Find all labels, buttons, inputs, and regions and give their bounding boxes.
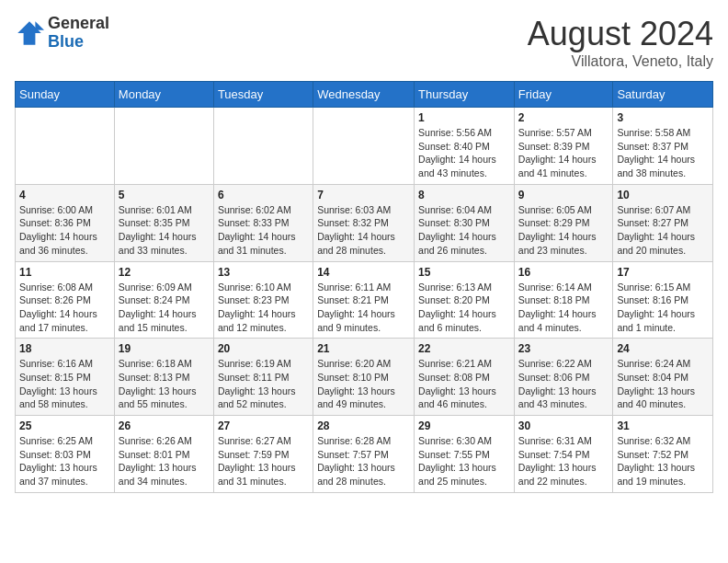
calendar-cell: 17Sunrise: 6:15 AM Sunset: 8:16 PM Dayli… — [613, 261, 713, 339]
day-info: Sunrise: 6:03 AM Sunset: 8:32 PM Dayligh… — [317, 203, 410, 258]
calendar-cell: 8Sunrise: 6:04 AM Sunset: 8:30 PM Daylig… — [415, 184, 515, 261]
calendar-cell: 24Sunrise: 6:24 AM Sunset: 8:04 PM Dayli… — [613, 339, 713, 416]
calendar-cell: 29Sunrise: 6:30 AM Sunset: 7:55 PM Dayli… — [415, 416, 515, 493]
calendar-table: SundayMondayTuesdayWednesdayThursdayFrid… — [15, 81, 713, 493]
calendar-cell: 13Sunrise: 6:10 AM Sunset: 8:23 PM Dayli… — [213, 261, 313, 339]
day-info: Sunrise: 6:28 AM Sunset: 7:57 PM Dayligh… — [317, 434, 410, 488]
calendar-cell: 5Sunrise: 6:01 AM Sunset: 8:35 PM Daylig… — [114, 184, 213, 261]
day-info: Sunrise: 6:19 AM Sunset: 8:11 PM Dayligh… — [218, 357, 309, 411]
title-block: August 2024 Villatora, Veneto, Italy — [528, 15, 713, 70]
day-number: 22 — [418, 342, 510, 355]
calendar-cell: 3Sunrise: 5:58 AM Sunset: 8:37 PM Daylig… — [613, 108, 713, 185]
day-number: 1 — [418, 111, 510, 124]
day-number: 21 — [317, 342, 410, 355]
day-number: 11 — [19, 266, 110, 279]
logo-icon — [15, 18, 44, 48]
day-number: 13 — [218, 266, 309, 279]
day-number: 14 — [317, 266, 410, 279]
day-number: 16 — [518, 266, 609, 279]
calendar-cell: 14Sunrise: 6:11 AM Sunset: 8:21 PM Dayli… — [313, 261, 415, 339]
day-info: Sunrise: 6:08 AM Sunset: 8:26 PM Dayligh… — [19, 281, 110, 335]
day-number: 10 — [617, 189, 709, 201]
day-number: 28 — [317, 419, 410, 432]
day-info: Sunrise: 6:01 AM Sunset: 8:35 PM Dayligh… — [119, 203, 210, 258]
weekday-header-sunday: Sunday — [16, 82, 115, 108]
day-number: 31 — [617, 419, 709, 432]
calendar-cell: 12Sunrise: 6:09 AM Sunset: 8:24 PM Dayli… — [114, 261, 213, 339]
day-info: Sunrise: 6:22 AM Sunset: 8:06 PM Dayligh… — [518, 357, 609, 411]
calendar-cell: 7Sunrise: 6:03 AM Sunset: 8:32 PM Daylig… — [313, 184, 415, 261]
calendar-cell: 18Sunrise: 6:16 AM Sunset: 8:15 PM Dayli… — [16, 339, 115, 416]
subtitle: Villatora, Veneto, Italy — [528, 53, 713, 70]
calendar-cell: 20Sunrise: 6:19 AM Sunset: 8:11 PM Dayli… — [213, 339, 313, 416]
calendar-week-row: 25Sunrise: 6:25 AM Sunset: 8:03 PM Dayli… — [16, 416, 713, 493]
day-info: Sunrise: 6:20 AM Sunset: 8:10 PM Dayligh… — [317, 357, 410, 411]
day-info: Sunrise: 6:02 AM Sunset: 8:33 PM Dayligh… — [218, 203, 309, 258]
day-info: Sunrise: 5:58 AM Sunset: 8:37 PM Dayligh… — [617, 126, 709, 180]
day-info: Sunrise: 6:14 AM Sunset: 8:18 PM Dayligh… — [518, 281, 609, 335]
weekday-header-thursday: Thursday — [415, 82, 515, 108]
day-number: 30 — [518, 419, 609, 432]
calendar-cell: 16Sunrise: 6:14 AM Sunset: 8:18 PM Dayli… — [514, 261, 613, 339]
day-info: Sunrise: 6:21 AM Sunset: 8:08 PM Dayligh… — [418, 357, 510, 411]
calendar-cell — [114, 108, 213, 185]
svg-marker-1 — [35, 21, 44, 30]
day-info: Sunrise: 6:07 AM Sunset: 8:27 PM Dayligh… — [617, 203, 709, 258]
day-info: Sunrise: 6:27 AM Sunset: 7:59 PM Dayligh… — [218, 434, 309, 488]
day-number: 8 — [418, 189, 510, 201]
logo: General Blue — [15, 15, 109, 52]
day-info: Sunrise: 6:11 AM Sunset: 8:21 PM Dayligh… — [317, 281, 410, 335]
day-number: 17 — [617, 266, 709, 279]
weekday-header-monday: Monday — [114, 82, 213, 108]
day-info: Sunrise: 6:30 AM Sunset: 7:55 PM Dayligh… — [418, 434, 510, 488]
day-number: 23 — [518, 342, 609, 355]
weekday-header-wednesday: Wednesday — [313, 82, 415, 108]
day-info: Sunrise: 6:24 AM Sunset: 8:04 PM Dayligh… — [617, 357, 709, 411]
calendar-cell: 11Sunrise: 6:08 AM Sunset: 8:26 PM Dayli… — [16, 261, 115, 339]
day-info: Sunrise: 6:04 AM Sunset: 8:30 PM Dayligh… — [418, 203, 510, 258]
day-number: 12 — [119, 266, 210, 279]
weekday-header-saturday: Saturday — [613, 82, 713, 108]
calendar-cell: 4Sunrise: 6:00 AM Sunset: 8:36 PM Daylig… — [16, 184, 115, 261]
day-number: 5 — [119, 189, 210, 201]
day-number: 19 — [119, 342, 210, 355]
day-info: Sunrise: 6:05 AM Sunset: 8:29 PM Dayligh… — [518, 203, 609, 258]
weekday-header-tuesday: Tuesday — [213, 82, 313, 108]
calendar-cell: 22Sunrise: 6:21 AM Sunset: 8:08 PM Dayli… — [415, 339, 515, 416]
calendar-cell: 30Sunrise: 6:31 AM Sunset: 7:54 PM Dayli… — [514, 416, 613, 493]
day-number: 7 — [317, 189, 410, 201]
day-number: 20 — [218, 342, 309, 355]
day-number: 9 — [518, 189, 609, 201]
day-info: Sunrise: 6:32 AM Sunset: 7:52 PM Dayligh… — [617, 434, 709, 488]
day-info: Sunrise: 6:26 AM Sunset: 8:01 PM Dayligh… — [119, 434, 210, 488]
calendar-cell — [16, 108, 115, 185]
calendar-cell: 1Sunrise: 5:56 AM Sunset: 8:40 PM Daylig… — [415, 108, 515, 185]
calendar-week-row: 4Sunrise: 6:00 AM Sunset: 8:36 PM Daylig… — [16, 184, 713, 261]
calendar-cell: 21Sunrise: 6:20 AM Sunset: 8:10 PM Dayli… — [313, 339, 415, 416]
day-number: 25 — [19, 419, 110, 432]
day-number: 3 — [617, 111, 709, 124]
day-number: 6 — [218, 189, 309, 201]
day-number: 29 — [418, 419, 510, 432]
day-info: Sunrise: 5:56 AM Sunset: 8:40 PM Dayligh… — [418, 126, 510, 180]
day-info: Sunrise: 5:57 AM Sunset: 8:39 PM Dayligh… — [518, 126, 609, 180]
calendar-cell: 6Sunrise: 6:02 AM Sunset: 8:33 PM Daylig… — [213, 184, 313, 261]
day-info: Sunrise: 6:09 AM Sunset: 8:24 PM Dayligh… — [119, 281, 210, 335]
day-info: Sunrise: 6:31 AM Sunset: 7:54 PM Dayligh… — [518, 434, 609, 488]
calendar-cell — [313, 108, 415, 185]
calendar-week-row: 18Sunrise: 6:16 AM Sunset: 8:15 PM Dayli… — [16, 339, 713, 416]
day-number: 18 — [19, 342, 110, 355]
calendar-week-row: 11Sunrise: 6:08 AM Sunset: 8:26 PM Dayli… — [16, 261, 713, 339]
calendar-cell: 25Sunrise: 6:25 AM Sunset: 8:03 PM Dayli… — [16, 416, 115, 493]
calendar-cell: 26Sunrise: 6:26 AM Sunset: 8:01 PM Dayli… — [114, 416, 213, 493]
day-number: 2 — [518, 111, 609, 124]
logo-text: General Blue — [48, 15, 109, 52]
calendar-cell: 19Sunrise: 6:18 AM Sunset: 8:13 PM Dayli… — [114, 339, 213, 416]
day-info: Sunrise: 6:15 AM Sunset: 8:16 PM Dayligh… — [617, 281, 709, 335]
calendar-cell: 31Sunrise: 6:32 AM Sunset: 7:52 PM Dayli… — [613, 416, 713, 493]
calendar-cell: 27Sunrise: 6:27 AM Sunset: 7:59 PM Dayli… — [213, 416, 313, 493]
day-info: Sunrise: 6:16 AM Sunset: 8:15 PM Dayligh… — [19, 357, 110, 411]
main-title: August 2024 — [528, 15, 713, 53]
calendar-body: 1Sunrise: 5:56 AM Sunset: 8:40 PM Daylig… — [16, 108, 713, 493]
weekday-header-row: SundayMondayTuesdayWednesdayThursdayFrid… — [16, 82, 713, 108]
